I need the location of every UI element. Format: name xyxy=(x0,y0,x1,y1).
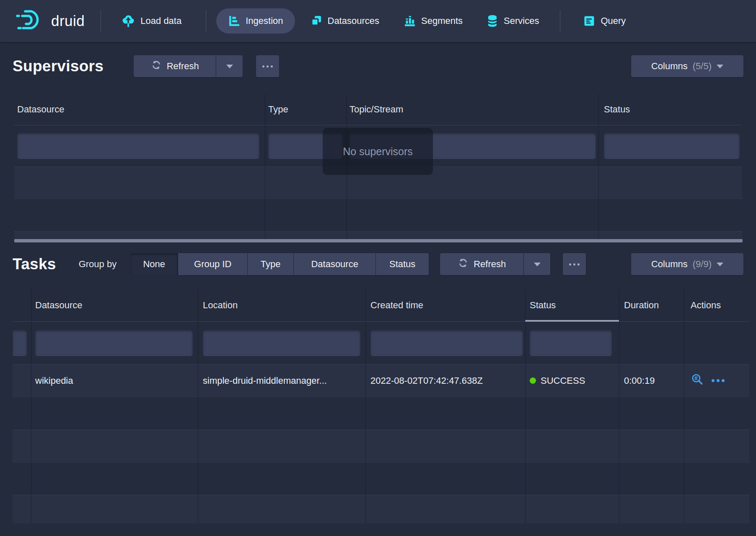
no-supervisors-message: No supervisors xyxy=(323,128,433,175)
tasks-refresh-group: Refresh xyxy=(440,253,550,275)
empty-row xyxy=(13,397,749,429)
column-header-location[interactable]: Location xyxy=(198,300,365,311)
nav-label: Datasources xyxy=(328,16,380,26)
brand-name: druid xyxy=(51,13,85,29)
nav-divider xyxy=(560,10,560,32)
columns-count: (9/9) xyxy=(693,259,712,270)
row-more-actions-icon[interactable] xyxy=(712,379,725,382)
created-time-filter-input[interactable] xyxy=(370,330,523,356)
brand[interactable]: druid xyxy=(16,8,85,34)
stacked-layers-icon xyxy=(310,15,323,27)
status-filter-input[interactable] xyxy=(530,330,612,356)
status-filter-input[interactable] xyxy=(604,133,740,159)
nav-segments[interactable]: Segments xyxy=(404,15,463,27)
nav-query[interactable]: Query xyxy=(583,15,626,27)
database-icon xyxy=(486,14,499,28)
column-divider xyxy=(598,94,599,239)
column-header-datasource[interactable]: Datasource xyxy=(14,104,265,115)
nav-divider xyxy=(101,10,101,32)
nav-label: Segments xyxy=(421,16,463,26)
group-by-label: Group by xyxy=(79,259,117,270)
group-by-none-button[interactable]: None xyxy=(130,253,178,275)
empty-row xyxy=(14,198,742,231)
tasks-table: Datasource Location Created time Status … xyxy=(13,289,749,523)
column-divider xyxy=(619,289,619,523)
nav-load-data[interactable]: Load data xyxy=(121,14,181,28)
refresh-label: Refresh xyxy=(167,61,199,72)
supervisors-table-header: Datasource Type Topic/Stream Status xyxy=(14,94,742,125)
column-divider xyxy=(365,289,366,523)
inspect-magnifier-icon[interactable] xyxy=(691,373,704,389)
tasks-columns-button[interactable]: Columns (9/9) xyxy=(631,253,743,275)
chevron-down-icon xyxy=(717,263,723,266)
group-by-button-group: None Group ID Type Datasource Status xyxy=(130,253,429,275)
column-header-created-time[interactable]: Created time xyxy=(365,300,525,311)
success-status-dot xyxy=(530,377,536,384)
nav-label: Ingestion xyxy=(246,16,283,26)
refresh-icon xyxy=(151,60,162,73)
navbar: druid Load data Ingestion xyxy=(0,0,756,42)
column-header-duration[interactable]: Duration xyxy=(619,300,684,311)
empty-row xyxy=(13,462,749,495)
empty-row xyxy=(13,495,749,523)
column-divider xyxy=(265,94,265,239)
tasks-refresh-caret-button[interactable] xyxy=(523,253,550,275)
nav-services[interactable]: Services xyxy=(486,14,539,28)
nav-label: Load data xyxy=(140,16,181,26)
druid-logo-icon xyxy=(16,8,45,34)
ellipsis-icon xyxy=(569,263,571,265)
location-filter-input[interactable] xyxy=(203,330,360,356)
columns-count: (5/5) xyxy=(693,61,712,72)
chevron-down-icon xyxy=(717,65,723,68)
supervisors-columns-button[interactable]: Columns (5/5) xyxy=(631,55,743,77)
tasks-title: Tasks xyxy=(13,255,56,273)
nav-divider xyxy=(206,10,206,32)
columns-label: Columns xyxy=(651,259,688,270)
columns-label: Columns xyxy=(651,61,688,72)
tasks-refresh-button[interactable]: Refresh xyxy=(440,253,523,275)
column-divider xyxy=(525,289,526,523)
column-header-type[interactable]: Type xyxy=(265,104,347,115)
nav-label: Services xyxy=(504,16,539,26)
supervisors-title: Supervisors xyxy=(13,57,104,75)
chevron-down-icon xyxy=(534,263,541,266)
cloud-upload-icon xyxy=(121,14,135,28)
column-header-status[interactable]: Status xyxy=(598,104,742,115)
supervisors-refresh-group: Refresh xyxy=(134,55,243,77)
task-duration: 0:00:19 xyxy=(619,375,684,386)
gantt-chart-icon xyxy=(228,15,241,27)
group-by-datasource-button[interactable]: Datasource xyxy=(294,253,376,275)
console-icon xyxy=(583,15,595,27)
ellipsis-icon xyxy=(262,65,264,68)
column-divider xyxy=(684,289,684,523)
group-by-type-button[interactable]: Type xyxy=(248,253,294,275)
column-header-status[interactable]: Status xyxy=(525,300,619,311)
datasource-filter-input[interactable] xyxy=(17,133,259,159)
nav-datasources[interactable]: Datasources xyxy=(310,15,380,27)
supervisors-more-button[interactable] xyxy=(256,55,279,77)
empty-row xyxy=(13,429,749,462)
bar-chart-icon xyxy=(404,15,416,27)
column-header-datasource[interactable]: Datasource xyxy=(31,300,198,311)
task-id-filter-input[interactable] xyxy=(13,330,27,356)
horizontal-scrollbar[interactable] xyxy=(14,239,743,242)
refresh-icon xyxy=(458,258,469,271)
task-status: SUCCESS xyxy=(525,375,619,386)
task-created-time: 2022-08-02T07:42:47.638Z xyxy=(365,375,525,386)
nav-ingestion-active-tab[interactable]: Ingestion xyxy=(216,8,295,34)
tasks-more-button[interactable] xyxy=(563,253,586,275)
datasource-filter-input[interactable] xyxy=(35,330,193,356)
task-row-wikipedia[interactable]: wikipedia simple-druid-middlemanager... … xyxy=(13,364,749,397)
column-header-topic-stream[interactable]: Topic/Stream xyxy=(347,104,598,115)
column-divider xyxy=(31,289,31,523)
group-by-group-id-button[interactable]: Group ID xyxy=(178,253,248,275)
group-by-status-button[interactable]: Status xyxy=(376,253,429,275)
refresh-label: Refresh xyxy=(474,259,506,270)
supervisors-refresh-button[interactable]: Refresh xyxy=(134,55,216,77)
column-header-actions[interactable]: Actions xyxy=(684,300,749,311)
nav-label: Query xyxy=(601,16,626,26)
empty-row xyxy=(14,231,742,239)
supervisors-refresh-caret-button[interactable] xyxy=(216,55,243,77)
column-divider xyxy=(198,289,198,523)
tasks-filter-row xyxy=(13,322,749,364)
